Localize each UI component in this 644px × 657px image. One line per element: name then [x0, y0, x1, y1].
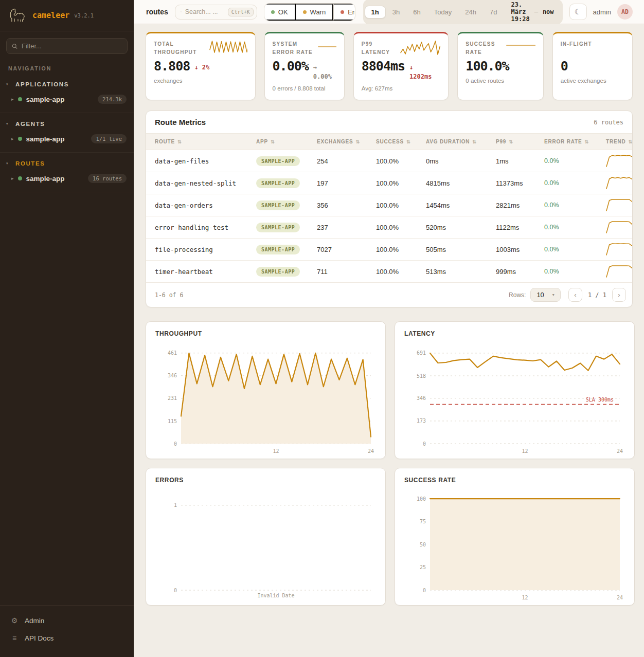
- sparkline: [400, 40, 440, 56]
- svg-text:Invalid Date: Invalid Date: [257, 593, 294, 598]
- range-button-7d[interactable]: 7d: [483, 6, 504, 19]
- footer-item-label: Admin: [25, 617, 44, 625]
- kpi-card-p99-latency: P99 LATENCY 8804ms ↓ 1202ms Avg: 627ms: [353, 32, 449, 100]
- sidebar: cameleer v3.2.1 NAVIGATION ▾ APPLICATION…: [0, 0, 134, 657]
- kpi-subtitle: Avg: 627ms: [362, 85, 441, 92]
- chevron-down-icon: ▾: [6, 82, 15, 86]
- column-header-trend[interactable]: TREND⇅: [606, 134, 633, 150]
- table-footer: 1-6 of 6 Rows: 10 ▾ ‹ 1 / 1 ›: [146, 283, 632, 307]
- sidebar-item-sample-app-application[interactable]: ▸ sample-app 214.3k: [0, 91, 134, 107]
- status-filter-ok[interactable]: OK: [264, 4, 296, 21]
- trend-sparkline: [606, 198, 633, 212]
- column-header-success[interactable]: SUCCESS⇅: [376, 134, 426, 150]
- svg-text:0: 0: [423, 588, 426, 593]
- group-header-applications[interactable]: ▾ APPLICATIONS: [0, 77, 134, 91]
- success-value: 100.0%: [376, 202, 426, 209]
- table-row[interactable]: data-gen-nested-split SAMPLE-APP 197 100…: [146, 172, 632, 194]
- footer-item-label: API Docs: [25, 634, 53, 642]
- avg-duration-value: 520ms: [426, 224, 496, 231]
- time-range-display: 23. März 19:28 — now: [504, 1, 561, 23]
- status-filter-warn[interactable]: Warn: [296, 4, 334, 21]
- kpi-label: SUCCESS RATE: [466, 40, 503, 57]
- error-rate-value: 0.0%: [544, 202, 606, 209]
- sort-icon: ⇅: [271, 139, 275, 144]
- range-button-1h[interactable]: 1h: [365, 6, 386, 19]
- group-header-agents[interactable]: ▾ AGENTS: [0, 116, 134, 131]
- search-icon: [181, 9, 182, 15]
- throughput-chart-card: THROUGHPUT 01152313464611224: [146, 321, 386, 459]
- table-row[interactable]: data-gen-orders SAMPLE-APP 356 100.0% 14…: [146, 194, 632, 216]
- next-page-button[interactable]: ›: [612, 288, 626, 302]
- kpi-value: 0: [561, 59, 568, 74]
- column-header-error-rate[interactable]: ERROR RATE⇅: [544, 134, 606, 150]
- kpi-delta: → 0.00%: [313, 63, 336, 81]
- column-header-exchanges[interactable]: EXCHANGES⇅: [317, 134, 376, 150]
- errors-chart: 01Invalid Date: [155, 488, 376, 604]
- range-button-today[interactable]: Today: [427, 6, 459, 19]
- status-filter-error[interactable]: Error: [333, 4, 355, 21]
- table-row[interactable]: error-handling-test SAMPLE-APP 237 100.0…: [146, 216, 632, 239]
- kpi-value: 8804ms: [362, 59, 405, 74]
- kpi-card-system-error-rate: SYSTEM ERROR RATE 0.00% → 0.00% 0 errors…: [264, 32, 345, 100]
- latency-chart-card: LATENCY 01733465186911224SLA 300ms: [395, 321, 635, 459]
- time-from: 23. März 19:28: [511, 1, 530, 23]
- avg-duration-value: 0ms: [426, 157, 496, 165]
- range-button-3h[interactable]: 3h: [386, 6, 406, 19]
- svg-text:461: 461: [168, 350, 177, 356]
- moon-icon: ☾: [575, 7, 581, 16]
- kpi-label: SYSTEM ERROR RATE: [273, 40, 315, 57]
- sidebar-item-admin[interactable]: ⚙ Admin: [7, 612, 127, 629]
- p99-value: 2821ms: [496, 202, 544, 209]
- time-to: now: [543, 8, 554, 15]
- column-header-app[interactable]: APP⇅: [256, 134, 317, 150]
- sidebar-item-api-docs[interactable]: ≡ API Docs: [7, 629, 127, 647]
- success-value: 100.0%: [376, 268, 426, 276]
- error-rate-value: 0.0%: [544, 268, 606, 275]
- filter-input[interactable]: [22, 42, 122, 50]
- group-header-routes[interactable]: ▾ ROUTES: [0, 156, 134, 170]
- sidebar-group-routes: ▾ ROUTES ▸ sample-app 16 routes: [0, 153, 134, 192]
- route-name: timer-heartbeat: [155, 268, 256, 276]
- p99-value: 1ms: [496, 157, 544, 165]
- theme-toggle-button[interactable]: ☾: [569, 4, 587, 20]
- table-row[interactable]: file-processing SAMPLE-APP 7027 100.0% 5…: [146, 239, 632, 261]
- svg-text:346: 346: [417, 395, 426, 401]
- range-button-24h[interactable]: 24h: [458, 6, 483, 19]
- sort-icon: ⇅: [584, 139, 588, 144]
- kpi-delta: ↓ 1202ms: [409, 63, 432, 81]
- chevron-left-icon: ‹: [574, 291, 576, 299]
- chevron-right-icon: ▸: [11, 136, 14, 141]
- sidebar-item-sample-app-routes[interactable]: ▸ sample-app 16 routes: [0, 170, 134, 187]
- keyboard-shortcut-badge: Ctrl+K: [228, 8, 254, 16]
- p99-value: 1003ms: [496, 246, 544, 253]
- range-button-6h[interactable]: 6h: [406, 6, 427, 19]
- column-header-avg-duration[interactable]: AVG DURATION⇅: [426, 134, 496, 150]
- prev-page-button[interactable]: ‹: [568, 288, 582, 302]
- filter-box[interactable]: [6, 38, 128, 54]
- chart-title: THROUGHPUT: [155, 330, 376, 337]
- item-label: sample-app: [26, 175, 84, 182]
- avatar[interactable]: AD: [617, 4, 633, 20]
- svg-text:346: 346: [168, 373, 177, 378]
- search-input[interactable]: [185, 8, 224, 15]
- table-row[interactable]: data-gen-files SAMPLE-APP 254 100.0% 0ms…: [146, 150, 632, 172]
- svg-text:0: 0: [174, 441, 177, 447]
- svg-text:24: 24: [368, 448, 374, 454]
- sidebar-item-sample-app-agent[interactable]: ▸ sample-app 1/1 live: [0, 131, 134, 147]
- chevron-right-icon: ›: [618, 291, 620, 299]
- avg-duration-value: 505ms: [426, 246, 496, 253]
- column-header-route[interactable]: ROUTE⇅: [155, 134, 256, 150]
- chart-title: ERRORS: [155, 477, 376, 484]
- breadcrumb: routes: [146, 8, 168, 16]
- sort-icon: ⇅: [472, 139, 476, 144]
- table-row[interactable]: timer-heartbeat SAMPLE-APP 711 100.0% 51…: [146, 261, 632, 283]
- kpi-row: TOTAL THROUGHPUT 8.808 ↓ 2% exchanges SY…: [146, 32, 633, 100]
- success-value: 100.0%: [376, 224, 426, 231]
- exchanges-value: 7027: [317, 246, 376, 253]
- route-metrics-panel: Route Metrics 6 routes ROUTE⇅ APP⇅ EXCHA…: [146, 111, 633, 307]
- search-box[interactable]: Ctrl+K: [175, 5, 257, 20]
- time-separator: —: [534, 8, 538, 15]
- column-header-p99[interactable]: P99⇅: [496, 134, 544, 150]
- svg-text:100: 100: [417, 496, 426, 502]
- rows-per-page-select[interactable]: 10 ▾: [530, 288, 560, 302]
